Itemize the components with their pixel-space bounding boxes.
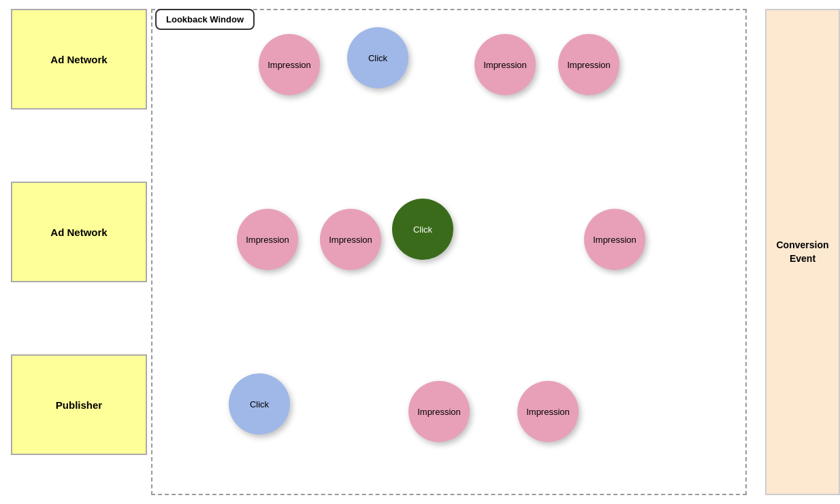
circle-impression-7: Impression <box>408 381 470 442</box>
main-container: Ad Network Ad Network Publisher Lookback… <box>0 0 840 504</box>
ad-network-2-label: Ad Network <box>11 182 147 282</box>
circle-click-3: Click <box>229 373 290 435</box>
circle-impression-4: Impression <box>237 209 298 270</box>
circle-impression-3: Impression <box>558 34 619 95</box>
ad-network-1-label: Ad Network <box>11 9 147 110</box>
circle-impression-2: Impression <box>474 34 536 95</box>
circle-impression-8: Impression <box>517 381 579 442</box>
circle-impression-6: Impression <box>584 209 645 270</box>
circle-click-1: Click <box>347 27 408 88</box>
publisher-label: Publisher <box>11 354 147 455</box>
circle-impression-5: Impression <box>320 209 381 270</box>
conversion-event-panel: Conversion Event <box>765 9 840 495</box>
circle-click-2: Click <box>392 199 453 260</box>
lookback-window-label: Lookback Window <box>155 9 255 30</box>
circle-impression-1: Impression <box>259 34 320 95</box>
